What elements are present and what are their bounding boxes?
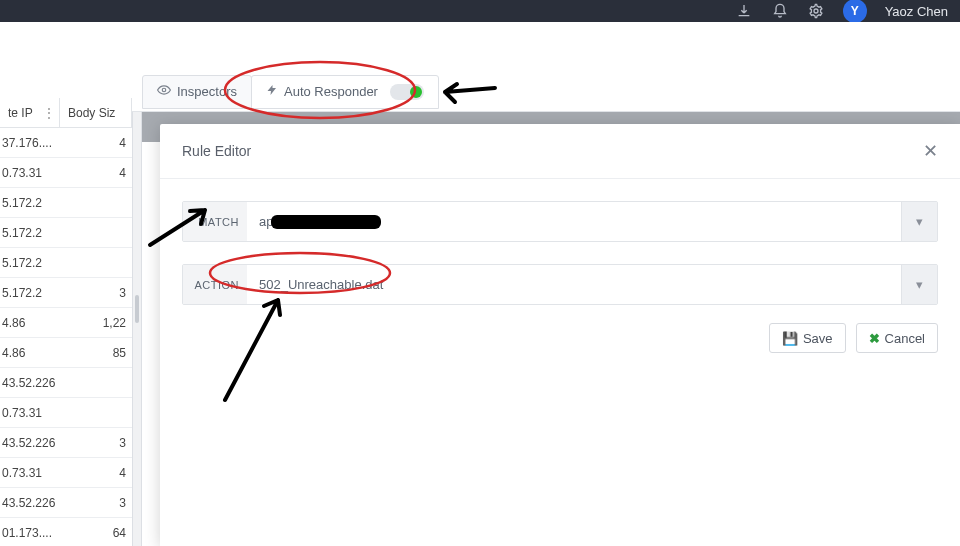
- cell-ip: 43.52.226: [0, 496, 60, 510]
- rule-editor-header: Rule Editor ✕: [160, 124, 960, 179]
- cell-size: 3: [60, 436, 132, 450]
- col-header-body-size[interactable]: Body Siz: [60, 98, 132, 127]
- table-row[interactable]: 0.73.314: [0, 458, 132, 488]
- cell-ip: 01.173....: [0, 526, 60, 540]
- action-dropdown-caret[interactable]: ▾: [901, 265, 937, 304]
- rule-editor-title: Rule Editor: [182, 143, 251, 159]
- cell-size: 4: [60, 166, 132, 180]
- table-row[interactable]: 4.8685: [0, 338, 132, 368]
- action-label: ACTION: [183, 265, 247, 304]
- table-row[interactable]: 5.172.2: [0, 188, 132, 218]
- cell-ip: 4.86: [0, 346, 60, 360]
- cell-ip: 43.52.226: [0, 376, 60, 390]
- cell-ip: 43.52.226: [0, 436, 60, 450]
- match-label: MATCH: [183, 202, 247, 241]
- bolt-icon: [266, 83, 278, 100]
- table-row[interactable]: 5.172.2: [0, 218, 132, 248]
- match-field: MATCH ap ▾: [182, 201, 938, 242]
- tab-inspectors[interactable]: Inspectors: [142, 75, 252, 109]
- bell-icon[interactable]: [771, 2, 789, 20]
- match-input[interactable]: ap: [247, 202, 901, 241]
- whitespace-gap: [0, 22, 960, 70]
- table-row[interactable]: 43.52.226: [0, 368, 132, 398]
- close-icon[interactable]: ✕: [923, 140, 938, 162]
- cancel-button-label: Cancel: [885, 331, 925, 346]
- table-row[interactable]: 0.73.314: [0, 158, 132, 188]
- cell-size: 85: [60, 346, 132, 360]
- table-row[interactable]: 43.52.2263: [0, 488, 132, 518]
- cell-ip: 5.172.2: [0, 286, 60, 300]
- pane-splitter[interactable]: [132, 72, 142, 546]
- cell-ip: 0.73.31: [0, 406, 60, 420]
- username-label: Yaoz Chen: [885, 4, 948, 19]
- sessions-table: te IP ⋮ Body Siz 37.176....40.73.3145.17…: [0, 98, 132, 546]
- save-icon: 💾: [782, 331, 798, 346]
- table-header-row: te IP ⋮ Body Siz: [0, 98, 132, 128]
- auto-responder-toggle[interactable]: [390, 84, 424, 100]
- action-input[interactable]: 502_Unreachable.dat: [247, 265, 901, 304]
- cell-size: 4: [60, 466, 132, 480]
- eye-icon: [157, 83, 171, 100]
- cell-ip: 4.86: [0, 316, 60, 330]
- save-button-label: Save: [803, 331, 833, 346]
- cell-size: 64: [60, 526, 132, 540]
- save-button[interactable]: 💾 Save: [769, 323, 846, 353]
- gear-icon[interactable]: [807, 2, 825, 20]
- cell-size: 3: [60, 496, 132, 510]
- rule-editor-dialog: Rule Editor ✕ MATCH ap ▾ ACTION 502_Unre…: [160, 124, 960, 546]
- right-pane-tabs: Inspectors Auto Responder: [132, 72, 960, 112]
- cell-ip: 0.73.31: [0, 166, 60, 180]
- tab-auto-responder-label: Auto Responder: [284, 84, 378, 99]
- svg-point-0: [814, 9, 818, 13]
- tab-inspectors-label: Inspectors: [177, 84, 237, 99]
- table-row[interactable]: 37.176....4: [0, 128, 132, 158]
- cell-ip: 5.172.2: [0, 196, 60, 210]
- col-header-ip-label: te IP: [8, 106, 33, 120]
- col-header-body-size-label: Body Siz: [68, 106, 115, 120]
- tab-auto-responder[interactable]: Auto Responder: [251, 75, 439, 109]
- cell-ip: 5.172.2: [0, 226, 60, 240]
- col-header-ip[interactable]: te IP ⋮: [0, 98, 60, 127]
- match-value-redacted: [271, 215, 381, 229]
- table-row[interactable]: 4.861,22: [0, 308, 132, 338]
- cancel-button[interactable]: ✖ Cancel: [856, 323, 938, 353]
- match-dropdown-caret[interactable]: ▾: [901, 202, 937, 241]
- table-row[interactable]: 5.172.2: [0, 248, 132, 278]
- cancel-icon: ✖: [869, 331, 880, 346]
- avatar[interactable]: Y: [843, 0, 867, 23]
- cell-size: 1,22: [60, 316, 132, 330]
- cell-ip: 0.73.31: [0, 466, 60, 480]
- cell-ip: 37.176....: [0, 136, 60, 150]
- action-field: ACTION 502_Unreachable.dat ▾: [182, 264, 938, 305]
- download-icon[interactable]: [735, 2, 753, 20]
- cell-size: 4: [60, 136, 132, 150]
- table-row[interactable]: 5.172.23: [0, 278, 132, 308]
- table-row[interactable]: 43.52.2263: [0, 428, 132, 458]
- top-header: Y Yaoz Chen: [0, 0, 960, 22]
- action-value: 502_Unreachable.dat: [259, 277, 383, 292]
- col-menu-icon[interactable]: ⋮: [43, 106, 55, 120]
- rule-editor-buttons: 💾 Save ✖ Cancel: [160, 305, 960, 353]
- table-row[interactable]: 0.73.31: [0, 398, 132, 428]
- cell-ip: 5.172.2: [0, 256, 60, 270]
- table-row[interactable]: 01.173....64: [0, 518, 132, 546]
- svg-point-1: [162, 88, 166, 92]
- cell-size: 3: [60, 286, 132, 300]
